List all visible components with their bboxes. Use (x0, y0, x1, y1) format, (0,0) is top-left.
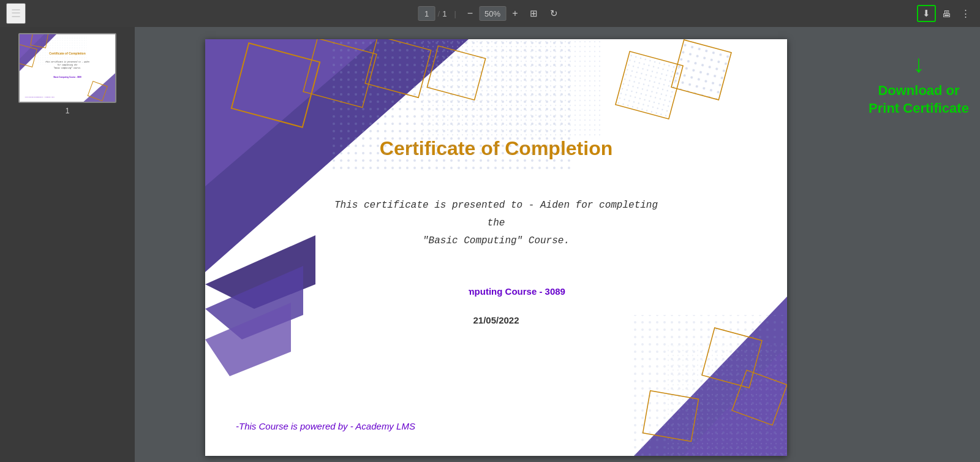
svg-rect-28 (702, 328, 762, 388)
zoom-out-button[interactable]: − (464, 7, 477, 20)
download-button[interactable]: ⬇ (917, 5, 936, 22)
more-options-button[interactable]: ⋮ (957, 6, 974, 21)
svg-rect-13 (420, 39, 603, 137)
svg-marker-11 (205, 39, 377, 186)
thumbnail-container: Certificate of Completion This certifica… (6, 33, 129, 115)
divider-1: | (454, 9, 456, 18)
page-info: / 1 (418, 6, 447, 21)
certificate-date: 21/05/2022 (205, 315, 787, 325)
certificate-footer: -This Course is powered by - Academy LMS (236, 421, 415, 431)
certificate-page: Certificate of Completion This certifica… (205, 39, 787, 456)
page-separator: / (438, 9, 440, 18)
sidebar: Certificate of Completion This certifica… (0, 27, 135, 462)
annotation-text: Download or Print Certificate (864, 82, 974, 117)
svg-rect-14 (232, 43, 320, 127)
svg-rect-30 (643, 391, 699, 442)
zoom-control: − + (464, 6, 522, 21)
toolbar-center: / 1 | − + ⊞ ↻ (418, 6, 562, 21)
page-number-input[interactable] (418, 6, 435, 21)
certificate-course: Basic Computing Course - 3089 (205, 286, 787, 297)
cert-body-line3: "Basic Computing" Course. (423, 235, 570, 246)
certificate-body: This certificate is presented to - Aiden… (205, 197, 787, 249)
mini-cert-footer: -This Course is powered by - Academy LMS (24, 96, 55, 98)
cert-body-line1: This certificate is presented to - Aiden… (334, 200, 658, 211)
svg-marker-22 (205, 303, 291, 376)
svg-marker-4 (81, 71, 115, 102)
svg-rect-26 (634, 315, 787, 456)
page-total: 1 (442, 9, 447, 18)
annotation-arrow: ↓ (913, 51, 925, 76)
page-thumbnail-1[interactable]: Certificate of Completion This certifica… (18, 33, 116, 103)
svg-rect-16 (365, 39, 431, 97)
main-area: Certificate of Completion This certifica… (0, 27, 980, 462)
cert-body-line2: the (488, 218, 505, 229)
svg-rect-7 (38, 34, 87, 65)
svg-marker-21 (205, 266, 303, 339)
fit-page-button[interactable]: ⊞ (526, 6, 541, 21)
svg-rect-19 (671, 40, 731, 100)
svg-rect-17 (427, 46, 485, 100)
rotate-button[interactable]: ↻ (546, 6, 562, 21)
toolbar-left: ☰ (6, 3, 26, 24)
svg-rect-29 (732, 370, 787, 425)
svg-rect-18 (616, 51, 683, 119)
zoom-in-button[interactable]: + (508, 7, 521, 20)
print-button[interactable]: 🖶 (938, 6, 955, 21)
annotation-area: ↓ Download or Print Certificate (858, 27, 980, 462)
thumbnail-page-number: 1 (66, 107, 70, 115)
pdf-toolbar: ☰ / 1 | − + ⊞ ↻ ⬇ 🖶 ⋮ (0, 0, 980, 27)
toolbar-right: ⬇ 🖶 ⋮ (917, 5, 974, 22)
pdf-viewer: Certificate of Completion This certifica… (135, 27, 858, 462)
svg-rect-27 (665, 346, 787, 456)
zoom-input[interactable] (479, 6, 506, 21)
mini-cert: Certificate of Completion This certifica… (20, 34, 115, 102)
svg-rect-15 (303, 39, 377, 107)
certificate-title: Certificate of Completion (205, 137, 787, 160)
svg-marker-25 (683, 346, 787, 456)
menu-button[interactable]: ☰ (6, 3, 26, 24)
